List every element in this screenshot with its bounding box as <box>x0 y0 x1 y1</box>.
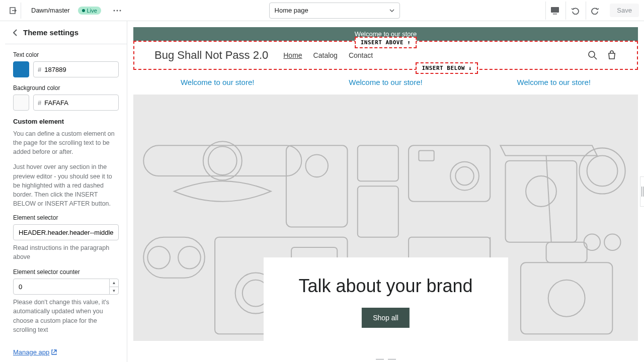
svg-point-21 <box>587 156 618 187</box>
svg-rect-12 <box>358 145 398 181</box>
counter-step-up[interactable]: ▲ <box>110 279 118 287</box>
manage-app-link[interactable]: Manage app <box>13 348 57 356</box>
scroller-item: Welcome to our store! <box>349 78 422 86</box>
insert-above-button[interactable]: INSERT ABOVE ↑ <box>355 37 417 48</box>
collapse-panel-handle[interactable] <box>640 176 644 207</box>
svg-point-16 <box>455 167 473 185</box>
element-selector-help: Read instructions in the paragraph above <box>13 243 119 261</box>
hash-symbol: # <box>38 99 41 107</box>
search-icon[interactable] <box>588 50 598 60</box>
hash-symbol: # <box>38 66 41 73</box>
svg-rect-7 <box>143 145 301 176</box>
svg-rect-5 <box>553 14 557 15</box>
svg-point-24 <box>178 246 201 269</box>
store-brand: Bug Shall Not Pass 2.0 <box>154 49 268 62</box>
svg-rect-36 <box>643 187 643 197</box>
page-selector-dropdown[interactable]: Home page <box>269 3 400 19</box>
svg-rect-30 <box>521 262 612 334</box>
element-selector-label: Element selector <box>13 214 119 221</box>
exit-editor-button[interactable] <box>5 3 21 19</box>
svg-point-33 <box>584 234 600 250</box>
counter-step-down[interactable]: ▼ <box>110 287 118 295</box>
nav-home[interactable]: Home <box>283 51 302 59</box>
text-color-swatch[interactable] <box>13 61 29 77</box>
theme-name: Dawn/master <box>31 7 70 14</box>
svg-point-8 <box>203 141 242 180</box>
element-counter-input[interactable] <box>13 279 119 295</box>
svg-point-34 <box>604 234 620 250</box>
svg-point-6 <box>589 51 595 57</box>
cart-icon[interactable] <box>607 50 617 60</box>
resize-handle[interactable] <box>376 359 396 361</box>
live-status-badge: Live <box>78 7 101 15</box>
insert-below-button[interactable]: INSERT BELOW ↓ <box>416 62 478 74</box>
svg-point-20 <box>579 148 625 194</box>
svg-rect-17 <box>419 150 434 160</box>
svg-rect-14 <box>409 145 490 201</box>
svg-point-11 <box>305 155 328 177</box>
viewport-desktop-button[interactable] <box>545 2 564 20</box>
hero-cta-button[interactable]: Shop all <box>362 308 410 328</box>
custom-element-heading: Custom element <box>13 118 119 125</box>
save-button[interactable]: Save <box>610 4 639 17</box>
hero-title: Talk about your brand <box>298 276 472 297</box>
bg-color-input[interactable] <box>44 99 114 107</box>
svg-point-32 <box>548 280 585 317</box>
chevron-down-icon <box>389 9 394 12</box>
svg-rect-4 <box>551 7 559 13</box>
scroller-item: Welcome to our store! <box>517 78 591 86</box>
element-counter-label: Element selector counter <box>13 268 119 276</box>
svg-rect-10 <box>286 145 348 227</box>
svg-rect-13 <box>358 186 398 237</box>
svg-point-2 <box>116 10 118 11</box>
bg-color-label: Background color <box>13 84 119 92</box>
back-button[interactable] <box>13 29 17 36</box>
svg-rect-31 <box>546 242 587 263</box>
bg-color-swatch[interactable] <box>13 95 29 111</box>
svg-rect-18 <box>506 161 577 242</box>
hero-card: Talk about your brand Shop all <box>263 257 508 341</box>
scroller-item: Welcome to our store! <box>181 78 254 86</box>
store-header-section[interactable]: INSERT ABOVE ↑ INSERT BELOW ↓ Bug Shall … <box>133 41 638 70</box>
element-selector-input[interactable] <box>13 224 119 240</box>
custom-element-help2: Just hover over any section in the previ… <box>13 162 119 208</box>
custom-element-help1: You can define a custom element on the p… <box>13 129 119 156</box>
undo-button[interactable] <box>566 2 584 20</box>
svg-point-19 <box>526 176 556 207</box>
external-link-icon <box>51 349 57 355</box>
element-counter-help: Please don't change this value, it's aut… <box>13 298 119 334</box>
svg-rect-35 <box>641 187 642 197</box>
svg-rect-22 <box>143 237 205 278</box>
text-color-input[interactable] <box>44 66 114 73</box>
svg-point-9 <box>208 146 237 175</box>
text-color-label: Text color <box>13 51 119 58</box>
svg-point-1 <box>113 10 115 11</box>
svg-point-23 <box>147 246 170 269</box>
redo-button[interactable] <box>586 2 604 20</box>
more-actions-button[interactable] <box>111 5 123 17</box>
nav-catalog[interactable]: Catalog <box>313 51 338 59</box>
hero-section: Talk about your brand Shop all <box>133 95 638 341</box>
scrolling-text-section: Welcome to our store! Welcome to our sto… <box>133 70 638 95</box>
nav-contact[interactable]: Contact <box>349 51 373 59</box>
svg-point-15 <box>450 162 479 191</box>
sidebar-title: Theme settings <box>23 28 78 37</box>
svg-point-3 <box>119 10 121 11</box>
